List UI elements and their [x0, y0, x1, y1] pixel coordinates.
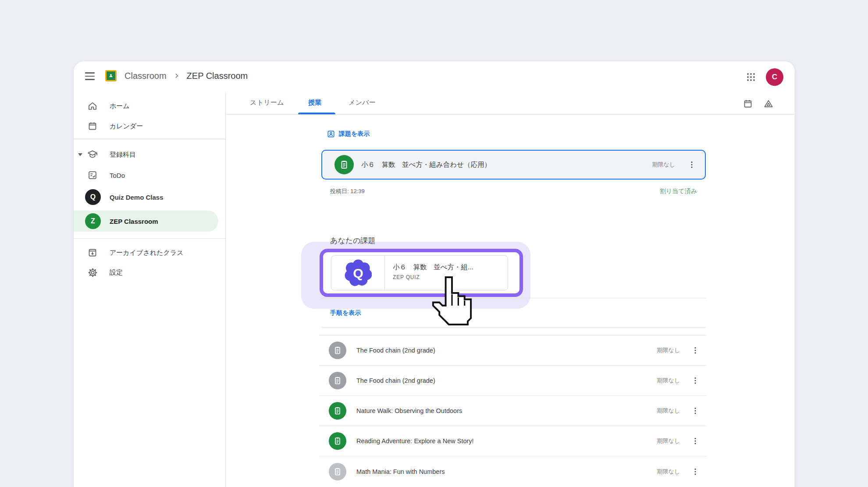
more-options-icon[interactable] — [690, 375, 701, 386]
assignment-row[interactable]: Math Mania: Fun with Numbers 期限なし — [319, 456, 707, 487]
account-avatar[interactable]: C — [766, 68, 783, 86]
assignment-icon — [329, 342, 346, 359]
due-label: 期限なし — [652, 161, 675, 169]
more-options-icon[interactable] — [687, 159, 697, 170]
assignment-title: The Food chain (2nd grade) — [356, 377, 435, 384]
breadcrumb-app-link[interactable]: Classroom — [125, 71, 167, 81]
view-assignments-label: 課題を表示 — [339, 130, 370, 138]
assignment-row[interactable]: Nature Walk: Observing the Outdoors 期限なし — [319, 396, 707, 426]
main-content: ストリーム 授業 メンバー 課題を表示 — [226, 93, 795, 487]
sidebar-item-todo[interactable]: ToDo — [74, 165, 218, 185]
due-label: 期限なし — [657, 407, 680, 415]
assignment-row[interactable]: The Food chain (2nd grade) 期限なし — [319, 335, 707, 366]
sidebar-item-home[interactable]: ホーム — [74, 96, 218, 116]
calendar-icon — [87, 120, 98, 132]
sidebar-item-label: カレンダー — [110, 122, 143, 131]
assignment-icon — [329, 402, 346, 420]
caret-down-icon[interactable] — [78, 153, 82, 156]
zep-quiz-logo-icon: Q — [331, 256, 385, 290]
archive-icon — [87, 247, 98, 258]
sidebar-item-label: ToDo — [110, 172, 125, 179]
assignment-icon — [329, 463, 346, 480]
sidebar-divider — [74, 139, 226, 139]
home-icon — [87, 100, 98, 112]
classroom-app-window: Classroom ZEP Classroom C ホーム — [74, 61, 795, 487]
assignment-details: 投稿日: 12:39 割り当て済み あなたの課題 — [321, 180, 706, 328]
assignment-icon — [334, 155, 354, 174]
expanded-assignment-card: 小６ 算数 並べ方・組み合わせ（応用） 期限なし 投稿日: 12:39 割り当て… — [321, 150, 706, 328]
breadcrumb: Classroom ZEP Classroom — [105, 70, 248, 81]
sidebar-item-label: 登録科目 — [110, 151, 136, 159]
sidebar-item-calendar[interactable]: カレンダー — [74, 116, 218, 136]
assignment-header[interactable]: 小６ 算数 並べ方・組み合わせ（応用） 期限なし — [321, 150, 706, 180]
assignment-icon — [329, 372, 346, 389]
tutorial-highlight-ring: Q 小６ 算数 並べ方・組... ZEP QUIZ — [320, 249, 523, 297]
due-label: 期限なし — [657, 346, 680, 354]
svg-text:Q: Q — [353, 266, 363, 280]
main-menu-icon[interactable] — [85, 72, 95, 82]
posted-date: 投稿日: 12:39 — [330, 187, 365, 195]
class-avatar: Z — [85, 213, 101, 229]
attachment-title: 小６ 算数 並べ方・組... — [393, 263, 473, 272]
google-apps-grid-icon[interactable] — [746, 72, 756, 82]
due-label: 期限なし — [657, 377, 680, 385]
sidebar-item-label: Quiz Demo Class — [110, 194, 164, 201]
more-options-icon[interactable] — [690, 466, 701, 477]
assignment-row[interactable]: Reading Adventure: Explore a New Story! … — [319, 426, 707, 456]
assignment-icon — [329, 432, 346, 450]
active-tab-indicator — [298, 113, 335, 114]
sidebar-item-label: アーカイブされたクラス — [110, 249, 184, 257]
sidebar-item-zep-classroom[interactable]: Z ZEP Classroom — [74, 211, 218, 232]
divider — [321, 298, 706, 298]
sidebar-item-enrolled[interactable]: 登録科目 — [74, 145, 218, 165]
view-assignments-link[interactable]: 課題を表示 — [327, 130, 370, 138]
sidebar-item-label: ZEP Classroom — [110, 218, 158, 225]
attachment-subtitle: ZEP QUIZ — [393, 274, 473, 280]
assignment-title: Reading Adventure: Explore a New Story! — [356, 438, 474, 445]
assignment-title: Math Mania: Fun with Numbers — [356, 468, 445, 475]
class-avatar: Q — [85, 189, 101, 205]
screen: Classroom ZEP Classroom C ホーム — [0, 0, 868, 487]
app-header: Classroom ZEP Classroom C — [74, 61, 795, 93]
assignment-title: Nature Walk: Observing the Outdoors — [356, 407, 462, 414]
assignment-title: The Food chain (2nd grade) — [356, 347, 435, 354]
assignments-person-icon — [327, 130, 335, 138]
drive-folder-icon[interactable] — [763, 99, 774, 109]
class-tabs: ストリーム 授業 メンバー — [226, 93, 795, 115]
due-label: 期限なし — [657, 437, 680, 445]
sidebar-item-archived-classes[interactable]: アーカイブされたクラス — [74, 243, 218, 263]
tab-classwork[interactable]: 授業 — [308, 99, 322, 107]
due-label: 期限なし — [657, 468, 680, 476]
status-badge: 割り当て済み — [660, 187, 697, 195]
breadcrumb-class-name[interactable]: ZEP Classroom — [187, 71, 248, 81]
sidebar-item-settings[interactable]: 設定 — [74, 262, 218, 282]
assignment-row[interactable]: The Food chain (2nd grade) 期限なし — [319, 366, 707, 396]
graduation-cap-icon — [87, 149, 98, 160]
breadcrumb-chevron-icon — [173, 72, 181, 80]
more-options-icon[interactable] — [690, 406, 701, 416]
calendar-icon[interactable] — [743, 99, 753, 109]
tab-members[interactable]: メンバー — [349, 99, 376, 107]
gear-icon — [87, 267, 98, 278]
more-options-icon[interactable] — [690, 345, 701, 356]
sidebar-item-label: 設定 — [110, 268, 123, 277]
sidebar-divider — [74, 238, 226, 239]
sidebar-item-label: ホーム — [110, 102, 130, 110]
todo-list-icon — [87, 169, 98, 181]
show-instructions-link[interactable]: 手順を表示 — [330, 309, 361, 317]
assignment-list: The Food chain (2nd grade) 期限なし The Food… — [319, 335, 707, 487]
sidebar: ホーム カレンダー 登録科目 ToDo — [74, 93, 226, 487]
more-options-icon[interactable] — [690, 436, 701, 446]
assignment-title: 小６ 算数 並べ方・組み合わせ（応用） — [361, 160, 491, 169]
sidebar-item-quiz-demo-class[interactable]: Q Quiz Demo Class — [74, 187, 218, 207]
classroom-logo-icon — [105, 70, 117, 81]
quiz-attachment-card[interactable]: Q 小６ 算数 並べ方・組... ZEP QUIZ — [331, 255, 508, 290]
tab-stream[interactable]: ストリーム — [250, 99, 284, 107]
